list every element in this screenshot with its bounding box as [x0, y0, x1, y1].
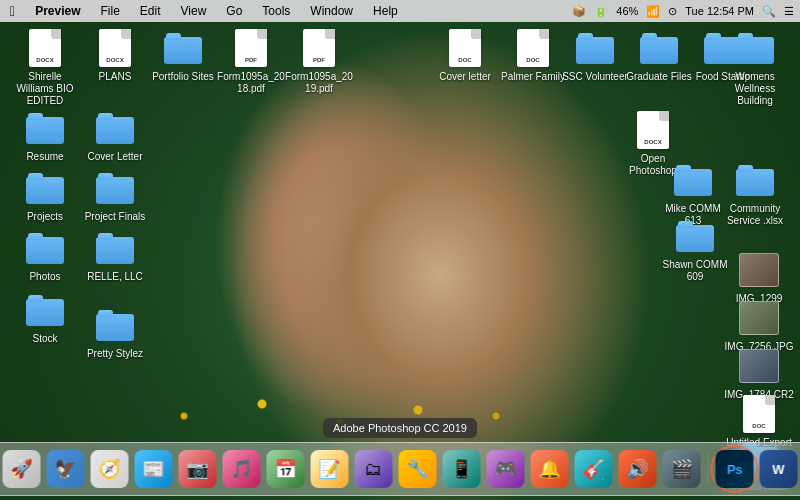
dock-item-14[interactable]: 🔔	[530, 449, 570, 489]
icon-img-1784[interactable]: IMG_1784.CR2	[724, 346, 794, 401]
bluetooth-icon: ⊙	[668, 5, 677, 18]
dock-tooltip: Adobe Photoshop CC 2019	[323, 418, 477, 438]
icon-form1095a-2018[interactable]: PDF Form1095a_2018.pdf	[216, 28, 286, 95]
menubar-right: 📦 🔋 46% 📶 ⊙ Tue 12:54 PM 🔍 ☰	[572, 5, 794, 18]
icon-pretty-stylez[interactable]: Pretty Stylez	[80, 305, 150, 360]
icon-portfolio-sites[interactable]: Portfolio Sites	[148, 28, 218, 83]
dock-item-17[interactable]: 🎬	[662, 449, 702, 489]
dock: 😊 🚀 🦅 🧭 📰 📷 🎵 📅 📝 🗂	[0, 442, 800, 496]
menubar:  Preview File Edit View Go Tools Window…	[0, 0, 800, 22]
wifi-icon: 📶	[646, 5, 660, 18]
battery-level: 46%	[616, 5, 638, 17]
icon-photos[interactable]: Photos	[10, 228, 80, 283]
dock-item-3[interactable]: 🦅	[46, 449, 86, 489]
dock-safari[interactable]: 🧭	[90, 449, 130, 489]
dock-item-6[interactable]: 📷	[178, 449, 218, 489]
window-menu[interactable]: Window	[306, 4, 357, 18]
edit-menu[interactable]: Edit	[136, 4, 165, 18]
view-menu[interactable]: View	[177, 4, 211, 18]
dock-launchpad[interactable]: 🚀	[2, 449, 42, 489]
icon-relle-llc[interactable]: RELLE, LLC	[80, 228, 150, 283]
icon-graduate-files[interactable]: Graduate Files	[624, 28, 694, 83]
icon-projects[interactable]: Projects	[10, 168, 80, 223]
dropbox-icon: 📦	[572, 5, 586, 18]
icon-ssc-volunteer[interactable]: SSC Volunteer	[560, 28, 630, 83]
icon-community-service[interactable]: Community Service .xlsx	[720, 160, 790, 227]
dock-item-12[interactable]: 📱	[442, 449, 482, 489]
apple-menu[interactable]: 	[6, 3, 19, 19]
icon-img-1299[interactable]: IMG_1299	[724, 250, 794, 305]
icon-stock[interactable]: Stock	[10, 290, 80, 345]
battery-icon: 🔋	[594, 5, 608, 18]
dock-item-15[interactable]: 🎸	[574, 449, 614, 489]
icon-palmer-family[interactable]: DOC Palmer Family	[498, 28, 568, 83]
icon-plans[interactable]: DOCX PLANS	[80, 28, 150, 83]
icon-shirelle-williams[interactable]: DOCX Shirelle Williams BIO EDITED	[10, 28, 80, 107]
icon-resume[interactable]: Resume	[10, 108, 80, 163]
icon-img-7256[interactable]: IMG_7256.JPG	[724, 298, 794, 353]
notifications-icon[interactable]: ☰	[784, 5, 794, 18]
dock-item-9[interactable]: 📝	[310, 449, 350, 489]
tools-menu[interactable]: Tools	[258, 4, 294, 18]
dock-item-10[interactable]: 🗂	[354, 449, 394, 489]
file-menu[interactable]: File	[97, 4, 124, 18]
dock-item-8[interactable]: 📅	[266, 449, 306, 489]
dock-photoshop[interactable]: Ps	[715, 449, 755, 489]
spotlight-icon[interactable]: 🔍	[762, 5, 776, 18]
desktop:  Preview File Edit View Go Tools Window…	[0, 0, 800, 500]
help-menu[interactable]: Help	[369, 4, 402, 18]
icon-cover-letter[interactable]: Cover Letter	[80, 108, 150, 163]
dock-item-5[interactable]: 📰	[134, 449, 174, 489]
dock-separator	[708, 454, 709, 484]
dock-item-11[interactable]: 🔧	[398, 449, 438, 489]
app-menu[interactable]: Preview	[31, 4, 84, 18]
clock: Tue 12:54 PM	[685, 5, 754, 17]
icon-shawn-comm-609[interactable]: Shawn COMM 609	[660, 216, 730, 283]
icon-project-finals[interactable]: Project Finals	[80, 168, 150, 223]
dock-item-13[interactable]: 🎮	[486, 449, 526, 489]
dock-item-7[interactable]: 🎵	[222, 449, 262, 489]
menubar-left:  Preview File Edit View Go Tools Window…	[6, 3, 402, 19]
icon-form1095a-2019[interactable]: PDF Form1095a_2019.pdf	[284, 28, 354, 95]
dock-item-16[interactable]: 🔊	[618, 449, 658, 489]
dock-word[interactable]: W	[759, 449, 799, 489]
icon-cover-letter-top[interactable]: DOC Cover letter	[430, 28, 500, 83]
icon-womens-wellness-building[interactable]: Womens Wellness Building	[720, 28, 790, 107]
go-menu[interactable]: Go	[222, 4, 246, 18]
